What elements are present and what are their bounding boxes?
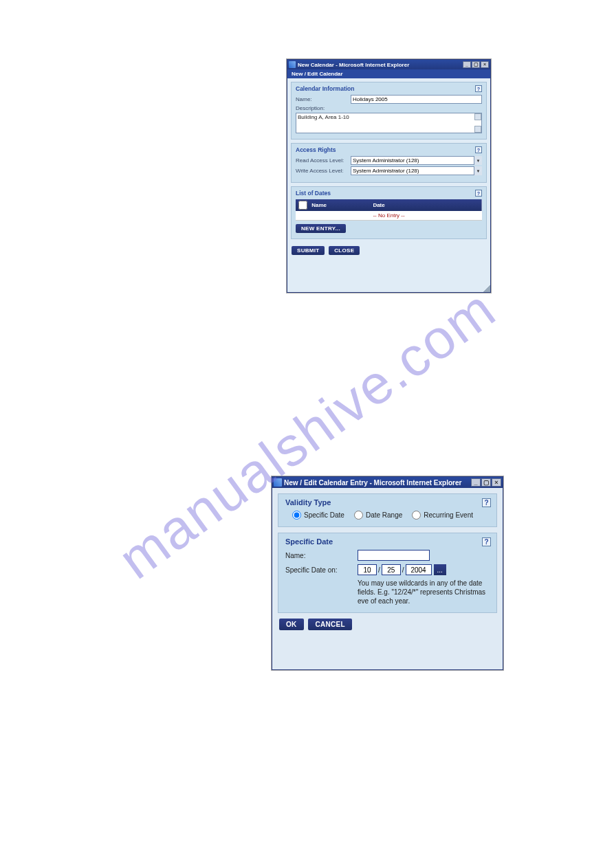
- new-entry-button[interactable]: NEW ENTRY...: [296, 224, 346, 233]
- date-separator: /: [402, 566, 404, 574]
- radio-recur-input[interactable]: [412, 511, 421, 520]
- window-new-calendar: New Calendar - Microsoft Internet Explor…: [287, 59, 491, 293]
- panel-title: Access Rights: [296, 146, 482, 153]
- col-date-header: Date: [370, 199, 482, 211]
- maximize-button[interactable]: ▢: [472, 61, 480, 68]
- read-access-label: Read Access Level:: [296, 157, 351, 164]
- help-icon[interactable]: ?: [475, 190, 482, 197]
- window-new-calendar-entry: New / Edit Calendar Entry - Microsoft In…: [272, 476, 503, 670]
- date-hint-text: You may use wildcards in any of the date…: [358, 579, 490, 605]
- radio-recurring-event[interactable]: Recurring Event: [412, 511, 473, 520]
- name-label: Name:: [296, 96, 351, 102]
- entry-name-input[interactable]: [358, 550, 430, 561]
- date-separator: /: [378, 566, 380, 574]
- panel-title: Validity Type: [285, 498, 490, 507]
- scroll-down-button[interactable]: [474, 126, 481, 133]
- window-title: New / Edit Calendar Entry - Microsoft In…: [284, 479, 471, 487]
- help-icon[interactable]: ?: [475, 85, 482, 92]
- col-name-header: Name: [296, 199, 370, 211]
- ie-icon: [289, 61, 296, 68]
- col-name-label: Name: [311, 202, 327, 208]
- panel-validity-type: ? Validity Type Specific Date Date Range…: [278, 493, 497, 527]
- help-icon[interactable]: ?: [475, 146, 482, 153]
- titlebar: New / Edit Calendar Entry - Microsoft In…: [272, 477, 503, 488]
- date-picker-button[interactable]: ...: [434, 564, 446, 575]
- titlebar: New Calendar - Microsoft Internet Explor…: [287, 60, 490, 69]
- radio-specific-date[interactable]: Specific Date: [292, 511, 344, 520]
- help-icon[interactable]: ?: [482, 498, 491, 507]
- page-subheader: New / Edit Calendar: [287, 69, 490, 78]
- date-month-input[interactable]: [358, 564, 377, 575]
- description-textarea[interactable]: Building A, Area 1-10: [296, 113, 482, 133]
- radio-date-range[interactable]: Date Range: [354, 511, 402, 520]
- window-title: New Calendar - Microsoft Internet Explor…: [298, 62, 463, 68]
- ok-button[interactable]: OK: [279, 619, 304, 630]
- close-button[interactable]: CLOSE: [329, 246, 360, 255]
- select-all-checkbox[interactable]: [298, 201, 307, 210]
- maximize-button[interactable]: ▢: [481, 478, 491, 487]
- panel-title: List of Dates: [296, 190, 482, 197]
- no-entry-row: -- No Entry --: [296, 211, 482, 221]
- date-year-input[interactable]: [406, 564, 432, 575]
- cancel-button[interactable]: CANCEL: [308, 619, 351, 630]
- minimize-button[interactable]: _: [463, 61, 471, 68]
- close-window-button[interactable]: ×: [492, 478, 501, 487]
- radio-recur-label: Recurring Event: [424, 511, 473, 519]
- panel-title: Specific Date: [285, 537, 490, 546]
- write-access-select[interactable]: [351, 166, 482, 175]
- entry-name-label: Name:: [285, 552, 358, 559]
- close-window-button[interactable]: ×: [481, 61, 489, 68]
- radio-specific-label: Specific Date: [304, 511, 344, 519]
- submit-button[interactable]: SUBMIT: [292, 246, 325, 255]
- description-label: Description:: [296, 105, 351, 111]
- minimize-button[interactable]: _: [471, 478, 481, 487]
- panel-specific-date: ? Specific Date Name: Specific Date on: …: [278, 533, 497, 613]
- ie-icon: [274, 478, 282, 487]
- resize-grip-icon[interactable]: [483, 285, 490, 292]
- radio-range-input[interactable]: [354, 511, 363, 520]
- panel-calendar-information: ? Calendar Information Name: Description…: [291, 82, 487, 140]
- dates-table: Name Date -- No Entry --: [296, 199, 482, 221]
- name-input[interactable]: [351, 95, 482, 104]
- specific-date-label: Specific Date on:: [285, 566, 358, 574]
- radio-range-label: Date Range: [366, 511, 402, 519]
- panel-access-rights: ? Access Rights Read Access Level: ▼ Wri…: [291, 143, 487, 183]
- panel-list-of-dates: ? List of Dates Name Date -- No Entry --…: [291, 186, 487, 239]
- date-day-input[interactable]: [382, 564, 401, 575]
- radio-specific-input[interactable]: [292, 511, 301, 520]
- help-icon[interactable]: ?: [482, 537, 491, 546]
- read-access-select[interactable]: [351, 156, 482, 165]
- description-value: Building A, Area 1-10: [298, 114, 349, 120]
- panel-title: Calendar Information: [296, 85, 482, 92]
- write-access-label: Write Access Level:: [296, 168, 351, 174]
- scroll-up-button[interactable]: [474, 113, 481, 120]
